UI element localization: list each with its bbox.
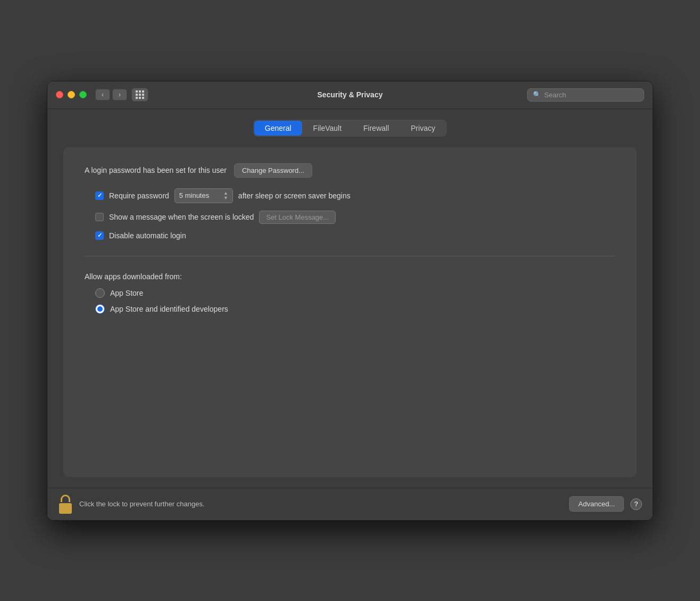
divider: [85, 256, 615, 256]
lock-shackle: [61, 495, 70, 502]
radio-app-store[interactable]: App Store: [95, 288, 615, 298]
allow-apps-label: Allow apps downloaded from:: [85, 272, 615, 281]
set-lock-message-button[interactable]: Set Lock Message...: [259, 211, 336, 224]
dropdown-value: 5 minutes: [179, 191, 209, 199]
search-icon: 🔍: [533, 91, 541, 98]
nav-buttons: ‹ ›: [95, 89, 127, 101]
maximize-button[interactable]: [79, 91, 87, 98]
app-store-identified-label: App Store and identified developers: [110, 305, 228, 313]
show-message-checkbox[interactable]: [95, 213, 104, 221]
radio-group: App Store App Store and identified devel…: [85, 288, 615, 314]
minimize-button[interactable]: [68, 91, 75, 98]
search-input[interactable]: [544, 91, 638, 99]
require-password-label: Require password: [109, 191, 169, 200]
lock-body: [59, 503, 72, 514]
radio-app-store-identified-button[interactable]: [95, 304, 105, 314]
radio-app-store-button[interactable]: [95, 288, 105, 298]
advanced-button[interactable]: Advanced...: [569, 496, 624, 512]
lock-status-text: Click the lock to prevent further change…: [79, 500, 563, 508]
grid-icon: [136, 90, 144, 99]
tab-general[interactable]: General: [254, 121, 302, 136]
require-password-checkbox[interactable]: [95, 191, 104, 200]
show-message-label: Show a message when the screen is locked: [109, 213, 254, 221]
tab-privacy[interactable]: Privacy: [400, 121, 446, 136]
close-button[interactable]: [56, 91, 63, 98]
content-area: General FileVault Firewall Privacy A log…: [47, 109, 653, 488]
bottom-bar: Click the lock to prevent further change…: [47, 488, 653, 520]
search-box[interactable]: 🔍: [527, 88, 644, 102]
traffic-lights: [56, 91, 87, 98]
general-panel: A login password has been set for this u…: [63, 147, 637, 477]
help-button[interactable]: ?: [630, 498, 642, 510]
disable-autologin-label: Disable automatic login: [109, 231, 186, 240]
login-password-text: A login password has been set for this u…: [85, 166, 227, 174]
disable-autologin-checkbox[interactable]: [95, 231, 104, 240]
dropdown-arrows-icon: ▲ ▼: [223, 191, 228, 201]
options-group: Require password 5 minutes ▲ ▼ after sle…: [85, 188, 615, 240]
app-store-label: App Store: [110, 289, 143, 297]
change-password-button[interactable]: Change Password...: [234, 163, 312, 178]
tabs-container: General FileVault Firewall Privacy: [63, 120, 637, 137]
titlebar: ‹ › Security & Privacy 🔍: [47, 81, 653, 109]
tab-filevault[interactable]: FileVault: [303, 121, 352, 136]
require-password-row: Require password 5 minutes ▲ ▼ after sle…: [95, 188, 615, 203]
password-timeout-dropdown[interactable]: 5 minutes ▲ ▼: [174, 188, 233, 203]
tab-firewall[interactable]: Firewall: [353, 121, 399, 136]
window-title: Security & Privacy: [318, 90, 383, 99]
disable-autologin-row: Disable automatic login: [95, 231, 615, 240]
tabs: General FileVault Firewall Privacy: [253, 120, 447, 137]
lock-icon[interactable]: [58, 495, 73, 514]
radio-app-store-identified[interactable]: App Store and identified developers: [95, 304, 615, 314]
main-window: ‹ › Security & Privacy 🔍 General FileVau…: [47, 81, 653, 521]
back-button[interactable]: ‹: [95, 89, 110, 101]
grid-button[interactable]: [131, 88, 148, 102]
forward-button[interactable]: ›: [112, 89, 127, 101]
login-password-row: A login password has been set for this u…: [85, 163, 615, 178]
show-message-row: Show a message when the screen is locked…: [95, 211, 615, 224]
after-sleep-text: after sleep or screen saver begins: [238, 191, 351, 200]
